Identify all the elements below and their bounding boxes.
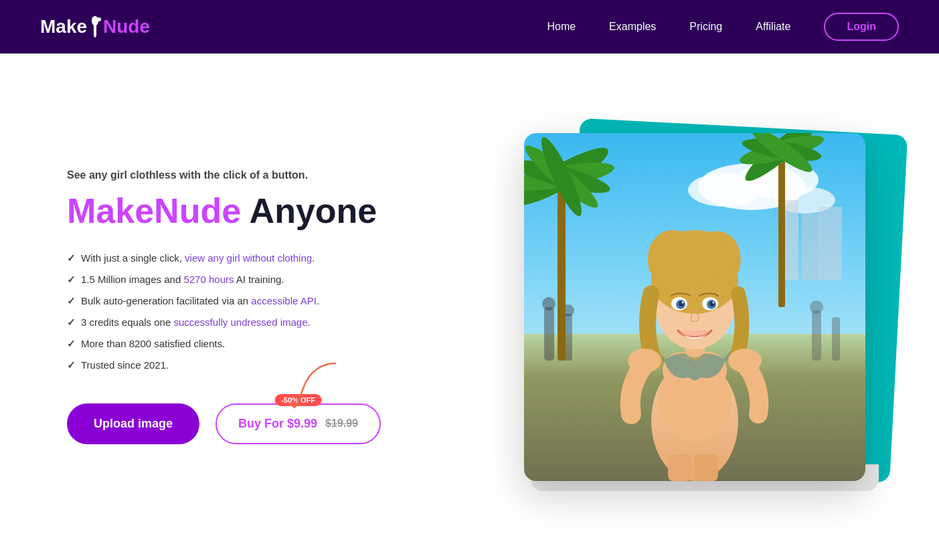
svg-rect-17: [558, 173, 566, 361]
headline-makenude: MakeNude: [67, 191, 241, 230]
feature-item: ✓ With just a single click, view any gir…: [67, 252, 381, 264]
cta-row: Upload image -50% OFF Buy For $9.99 $19.…: [67, 403, 381, 444]
svg-rect-14: [812, 310, 821, 361]
checkmark-icon: ✓: [67, 274, 76, 286]
checkmark-icon: ✓: [67, 338, 76, 350]
hero-tagline: See any girl clothless with the click of…: [67, 169, 381, 181]
svg-point-48: [713, 301, 715, 303]
svg-rect-23: [778, 147, 785, 307]
svg-point-11: [542, 297, 556, 310]
upload-image-button[interactable]: Upload image: [67, 403, 199, 444]
svg-rect-7: [802, 213, 819, 280]
checkmark-icon: ✓: [67, 252, 76, 264]
svg-point-15: [810, 300, 823, 314]
feature-item: ✓ 1.5 Million images and 5270 hours AI t…: [67, 274, 381, 286]
svg-point-40: [655, 230, 735, 284]
hero-image-card: [524, 133, 865, 481]
original-price: $19.99: [325, 417, 358, 430]
feature-item: ✓ Bulk auto-generation facilitated via a…: [67, 295, 381, 307]
nav-home[interactable]: Home: [547, 21, 576, 33]
svg-rect-30: [695, 454, 718, 481]
hero-image: [524, 133, 865, 481]
logo-nude: Nude: [103, 16, 150, 37]
headline-anyone: Anyone: [250, 191, 377, 230]
checkmark-icon: ✓: [67, 295, 76, 307]
feature-item: ✓ 3 credits equals one successfully undr…: [67, 316, 381, 329]
buy-price: Buy For $9.99: [238, 417, 317, 431]
feature-link[interactable]: 5270 hours: [183, 274, 234, 285]
logo-icon: [88, 16, 102, 37]
svg-rect-29: [668, 454, 691, 481]
checkmark-icon: ✓: [67, 359, 76, 371]
svg-point-47: [682, 301, 684, 303]
nav-affiliate[interactable]: Affiliate: [756, 21, 790, 33]
feature-link[interactable]: accessible API: [251, 295, 317, 306]
nav-pricing[interactable]: Pricing: [689, 21, 722, 33]
site-header: Make Nude Home Examples Pricing Affiliat…: [0, 0, 939, 54]
svg-point-0: [97, 17, 101, 21]
svg-rect-8: [819, 207, 842, 280]
buy-button-wrapper: -50% OFF Buy For $9.99 $19.99: [216, 403, 381, 444]
hero-left: See any girl clothless with the click of…: [67, 169, 381, 444]
svg-point-51: [693, 357, 697, 361]
logo-make: Make: [40, 16, 87, 37]
feature-link[interactable]: successfully undressed image: [173, 316, 307, 328]
svg-rect-10: [544, 307, 554, 361]
login-button[interactable]: Login: [824, 13, 899, 41]
hero-headline: MakeNude Anyone: [67, 192, 381, 230]
feature-item: ✓ More than 8200 satisfied clients.: [67, 338, 381, 350]
svg-rect-16: [832, 317, 840, 361]
feature-link[interactable]: view any girl without clothing: [185, 252, 312, 264]
nav-examples[interactable]: Examples: [609, 21, 656, 33]
checkmark-icon: ✓: [67, 316, 76, 329]
discount-arrow: [269, 357, 349, 410]
features-list: ✓ With just a single click, view any gir…: [67, 252, 381, 371]
hero-image-section: [524, 133, 885, 481]
hero-section: See any girl clothless with the click of…: [0, 54, 939, 560]
main-nav: Home Examples Pricing Affiliate Login: [547, 13, 899, 41]
site-logo[interactable]: Make Nude: [40, 16, 150, 37]
